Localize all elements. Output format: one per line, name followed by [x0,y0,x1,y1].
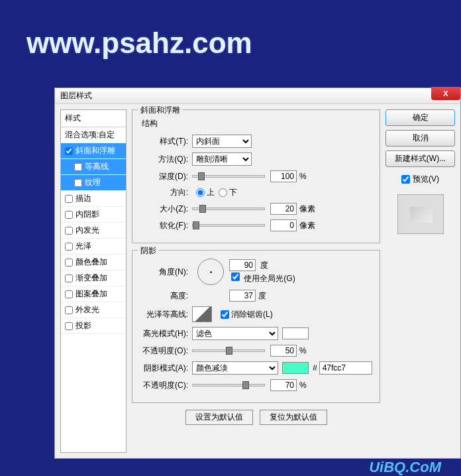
gradient-overlay-label: 渐变叠加 [76,272,107,284]
angle-input[interactable] [229,259,256,271]
soften-slider[interactable] [192,224,265,227]
satin-checkbox[interactable] [65,243,73,251]
shadow-color-swatch[interactable] [282,362,309,374]
technique-select[interactable]: 雕刻清晰 [192,152,252,166]
shadow-opacity-slider[interactable] [192,384,265,387]
style-row: 样式(T): 内斜面 [139,135,373,148]
direction-down-label: 下 [229,187,237,198]
bevel-checkbox[interactable] [65,147,73,155]
antialiased-label: 消除锯齿(L) [231,309,273,320]
highlight-opacity-slider[interactable] [192,349,265,352]
size-unit: 像素 [299,204,315,215]
new-style-button[interactable]: 新建样式(W)... [385,150,455,167]
depth-label: 深度(D): [139,171,192,182]
depth-slider[interactable] [192,175,265,178]
soften-input[interactable] [270,219,297,231]
altitude-label: 高度: [139,290,192,302]
highlight-opacity-input[interactable] [270,345,297,357]
soften-unit: 像素 [299,220,315,231]
inner-glow-item[interactable]: 内发光 [61,223,126,239]
inner-shadow-checkbox[interactable] [65,211,73,219]
pattern-overlay-checkbox[interactable] [65,290,73,298]
blend-options-item[interactable]: 混合选项:自定 [61,127,126,143]
shadow-opacity-row: 不透明度(C): % [139,379,373,391]
direction-up-label: 上 [207,187,215,198]
dialog-titlebar[interactable]: 图层样式 X [55,88,460,104]
drop-shadow-checkbox[interactable] [65,322,73,330]
bevel-label: 斜面和浮雕 [76,145,115,156]
color-overlay-item[interactable]: 颜色叠加 [61,255,126,270]
inner-shadow-label: 内阴影 [76,209,99,220]
gradient-overlay-item[interactable]: 渐变叠加 [61,270,126,286]
default-buttons-row: 设置为默认值 复位为默认值 [132,410,380,425]
settings-panel: 斜面和浮雕 结构 样式(T): 内斜面 方法(Q): 雕刻清晰 深度(D): % [132,109,380,453]
texture-checkbox[interactable] [74,179,82,187]
contour-checkbox[interactable] [74,163,82,171]
angle-label: 角度(N): [139,267,192,278]
close-button[interactable]: X [431,87,460,100]
soften-row: 软化(F): 像素 [139,219,373,231]
stroke-item[interactable]: 描边 [61,191,126,207]
styles-header[interactable]: 样式 [61,110,126,127]
layer-style-dialog: 图层样式 X 样式 混合选项:自定 斜面和浮雕 等高线 纹理 描边 [54,88,461,459]
make-default-button[interactable]: 设置为默认值 [185,410,253,425]
cancel-button[interactable]: 取消 [385,130,455,147]
size-slider[interactable] [192,208,265,210]
angle-unit: 度 [260,261,268,270]
global-light-label: 使用全局光(G) [244,274,295,283]
stroke-label: 描边 [76,193,91,204]
gradient-overlay-checkbox[interactable] [65,274,73,282]
right-panel: 确定 取消 新建样式(W)... 预览(V) [385,109,455,453]
shadow-opacity-input[interactable] [270,379,297,391]
size-row: 大小(Z): 像素 [139,203,373,215]
depth-row: 深度(D): % [139,170,373,182]
inner-glow-checkbox[interactable] [65,227,73,235]
altitude-input[interactable] [229,290,256,302]
gloss-row: 光泽等高线: 消除锯齿(L) [139,306,373,322]
contour-item[interactable]: 等高线 [61,159,126,175]
bottom-watermark: UiBQ.CoM [369,459,441,476]
color-overlay-checkbox[interactable] [65,259,73,267]
gloss-contour-picker[interactable] [192,306,212,322]
shading-fieldset: 阴影 角度(N): 度 使用全局光(G) [132,250,380,403]
depth-input[interactable] [270,170,297,182]
texture-item[interactable]: 纹理 [61,175,126,191]
outer-glow-checkbox[interactable] [65,306,73,314]
inner-glow-label: 内发光 [76,225,99,236]
inner-shadow-item[interactable]: 内阴影 [61,207,126,223]
hex-prefix: # [313,363,317,373]
size-input[interactable] [270,203,297,215]
shadow-mode-select[interactable]: 颜色减淡 [192,361,278,375]
global-light-checkbox[interactable] [231,272,240,281]
highlight-opacity-unit: % [299,346,307,355]
satin-item[interactable]: 光泽 [61,239,126,255]
reset-default-button[interactable]: 复位为默认值 [260,410,327,425]
size-label: 大小(Z): [139,204,192,215]
highlight-color-swatch[interactable] [282,327,309,339]
antialiased-checkbox[interactable] [221,310,229,319]
technique-row: 方法(Q): 雕刻清晰 [139,152,373,166]
style-select[interactable]: 内斜面 [192,135,252,148]
bevel-emboss-item[interactable]: 斜面和浮雕 [61,143,126,159]
texture-label: 纹理 [85,177,101,188]
altitude-row: 高度: 度 [139,290,373,302]
ok-button[interactable]: 确定 [385,109,455,126]
angle-widget[interactable] [197,259,224,285]
highlight-mode-select[interactable]: 滤色 [192,327,278,340]
direction-row: 方向: 上 下 [139,187,373,198]
preview-checkbox[interactable] [401,175,410,184]
soften-label: 软化(F): [139,220,192,231]
gloss-label: 光泽等高线: [139,309,192,320]
direction-down-radio[interactable] [219,188,227,197]
direction-up-radio[interactable] [196,188,205,197]
satin-label: 光泽 [76,241,91,252]
highlight-mode-label: 高光模式(H): [139,328,192,339]
styles-list: 样式 混合选项:自定 斜面和浮雕 等高线 纹理 描边 内阴影 [60,109,127,453]
hex-input[interactable] [319,361,372,375]
stroke-checkbox[interactable] [65,195,73,203]
watermark-text: www.psahz.com [26,27,252,60]
pattern-overlay-item[interactable]: 图案叠加 [61,286,126,302]
outer-glow-item[interactable]: 外发光 [61,302,126,318]
drop-shadow-item[interactable]: 投影 [61,318,126,334]
structure-fieldset: 斜面和浮雕 结构 样式(T): 内斜面 方法(Q): 雕刻清晰 深度(D): % [132,109,380,243]
